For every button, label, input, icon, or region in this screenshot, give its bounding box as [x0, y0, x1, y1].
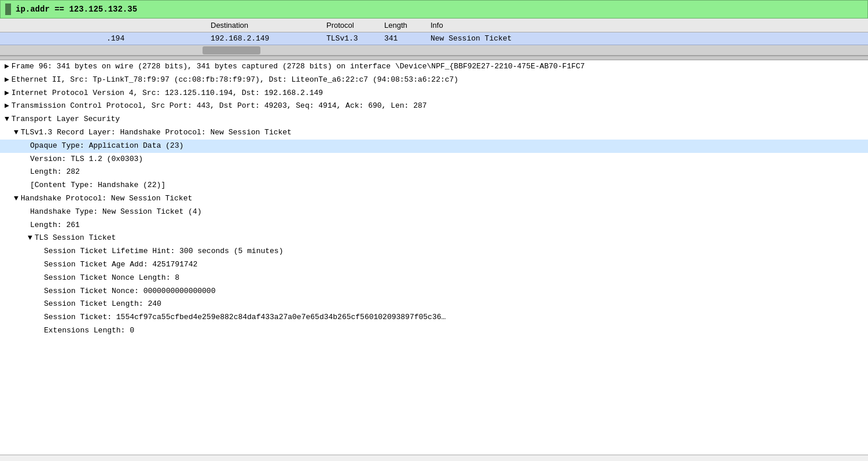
detail-line-content-type[interactable]: [Content Type: Handshake (22)] [0, 179, 868, 192]
detail-line-opaque-type[interactable]: Opaque Type: Application Data (23) [0, 140, 868, 153]
detail-text: Length: 282 [30, 167, 80, 176]
detail-text: Session Ticket Age Add: 4251791742 [44, 260, 197, 269]
col-header-source [104, 20, 208, 31]
detail-text: Handshake Type: New Session Ticket (4) [30, 207, 201, 216]
expand-arrow [5, 61, 9, 73]
detail-text: Session Ticket Nonce Length: 8 [44, 273, 179, 282]
scroll-thumb[interactable] [203, 46, 260, 54]
pane-divider [0, 56, 868, 60]
packet-list-header: Destination Protocol Length Info [0, 19, 868, 32]
detail-text: Session Ticket: 1554cf97ca55cfbed4e259e8… [44, 313, 446, 321]
detail-line-frame[interactable]: Frame 96: 341 bytes on wire (2728 bits),… [0, 60, 868, 74]
detail-line-length[interactable]: Length: 282 [0, 166, 868, 179]
detail-line-handshake-proto[interactable]: Handshake Protocol: New Session Ticket [0, 192, 868, 206]
detail-line-tcp[interactable]: Transmission Control Protocol, Src Port:… [0, 100, 868, 113]
detail-line-version[interactable]: Version: TLS 1.2 (0x0303) [0, 153, 868, 166]
packet-detail-pane: Frame 96: 341 bytes on wire (2728 bits),… [0, 60, 868, 455]
packet-protocol: TLSv1.3 [324, 33, 382, 44]
detail-text: Internet Protocol Version 4, Src: 123.12… [12, 89, 323, 97]
packet-length: 341 [382, 33, 428, 44]
expand-arrow [5, 74, 9, 86]
detail-line-tls[interactable]: Transport Layer Security [0, 113, 868, 126]
detail-text: Session Ticket Lifetime Hint: 300 second… [44, 247, 283, 255]
detail-text: Transport Layer Security [12, 115, 120, 123]
detail-text: TLSv1.3 Record Layer: Handshake Protocol… [21, 128, 292, 137]
packet-no [0, 33, 46, 44]
detail-line-ticket-length[interactable]: Session Ticket Length: 240 [0, 298, 868, 311]
col-header-no [0, 20, 46, 31]
detail-text: TLS Session Ticket [35, 233, 116, 242]
detail-text: Handshake Protocol: New Session Ticket [21, 194, 192, 203]
filter-bar: ip.addr == 123.125.132.35 [0, 0, 868, 19]
detail-line-tls-record[interactable]: TLSv1.3 Record Layer: Handshake Protocol… [0, 126, 868, 140]
detail-text: Session Ticket Length: 240 [44, 299, 161, 308]
detail-line-handshake-type[interactable]: Handshake Type: New Session Ticket (4) [0, 206, 868, 219]
detail-line-lifetime-hint[interactable]: Session Ticket Lifetime Hint: 300 second… [0, 245, 868, 258]
filter-indicator [5, 3, 11, 15]
col-header-info: Info [428, 20, 868, 31]
detail-line-ticket[interactable]: Session Ticket: 1554cf97ca55cfbed4e259e8… [0, 311, 868, 324]
packet-time [46, 33, 104, 44]
packet-destination: 192.168.2.149 [208, 33, 324, 44]
detail-text: Opaque Type: Application Data (23) [30, 141, 183, 150]
detail-line-ethernet[interactable]: Ethernet II, Src: Tp-LinkT_78:f9:97 (cc:… [0, 74, 868, 87]
expand-arrow [5, 114, 9, 126]
col-header-protocol: Protocol [324, 20, 382, 31]
detail-line-tls-session-ticket[interactable]: TLS Session Ticket [0, 232, 868, 245]
detail-line-ip[interactable]: Internet Protocol Version 4, Src: 123.12… [0, 87, 868, 100]
detail-line-nonce-length[interactable]: Session Ticket Nonce Length: 8 [0, 272, 868, 285]
detail-text: Length: 261 [30, 221, 80, 229]
expand-arrow [14, 127, 19, 139]
col-header-time [46, 20, 104, 31]
detail-text: Session Ticket Nonce: 0000000000000000 [44, 287, 215, 295]
filter-text: ip.addr == 123.125.132.35 [16, 5, 137, 14]
packet-source: .194 [104, 33, 208, 44]
detail-line-age-add[interactable]: Session Ticket Age Add: 4251791742 [0, 258, 868, 272]
detail-text: Ethernet II, Src: Tp-LinkT_78:f9:97 (cc:… [12, 75, 458, 84]
detail-line-ext-length[interactable]: Extensions Length: 0 [0, 324, 868, 338]
detail-text: Frame 96: 341 bytes on wire (2728 bits),… [12, 62, 585, 71]
detail-line-hs-length[interactable]: Length: 261 [0, 219, 868, 232]
packet-row[interactable]: .194 192.168.2.149 TLSv1.3 341 New Sessi… [0, 32, 868, 45]
detail-text: Extensions Length: 0 [44, 326, 134, 335]
expand-arrow [14, 193, 19, 205]
col-header-length: Length [382, 20, 428, 31]
packet-list-scrollbar[interactable] [0, 45, 868, 56]
detail-text: [Content Type: Handshake (22)] [30, 181, 165, 189]
col-header-destination: Destination [208, 20, 324, 31]
detail-line-nonce[interactable]: Session Ticket Nonce: 0000000000000000 [0, 285, 868, 298]
detail-text: Version: TLS 1.2 (0x0303) [30, 155, 143, 163]
packet-info: New Session Ticket [428, 33, 868, 44]
detail-text: Transmission Control Protocol, Src Port:… [12, 101, 427, 110]
expand-arrow [5, 87, 9, 100]
expand-arrow [5, 100, 9, 112]
expand-arrow [28, 232, 32, 244]
